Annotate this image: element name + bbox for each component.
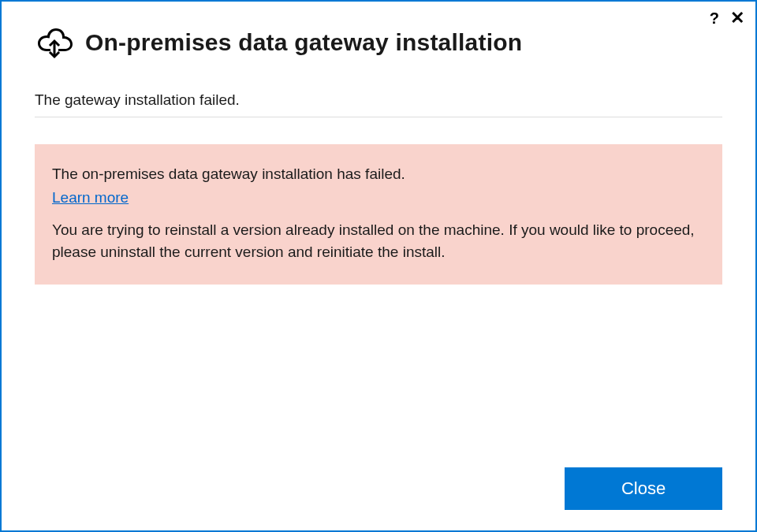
content-area: On-premises data gateway installation Th… xyxy=(2,2,755,467)
close-icon[interactable]: ✕ xyxy=(730,9,744,27)
page-title: On-premises data gateway installation xyxy=(85,29,522,56)
footer: Close xyxy=(2,467,755,530)
close-button[interactable]: Close xyxy=(565,467,722,510)
header: On-premises data gateway installation xyxy=(35,25,722,60)
error-detail: You are trying to reinstall a version al… xyxy=(52,219,705,262)
error-headline: The on-premises data gateway installatio… xyxy=(52,163,705,185)
status-message: The gateway installation failed. xyxy=(35,91,722,117)
installer-window: ? ✕ On-premises data gateway installatio… xyxy=(0,0,757,532)
error-panel: The on-premises data gateway installatio… xyxy=(35,144,722,285)
titlebar-controls: ? ✕ xyxy=(710,9,744,27)
cloud-gateway-icon xyxy=(35,25,74,60)
learn-more-link[interactable]: Learn more xyxy=(52,189,129,206)
help-icon[interactable]: ? xyxy=(710,10,719,26)
